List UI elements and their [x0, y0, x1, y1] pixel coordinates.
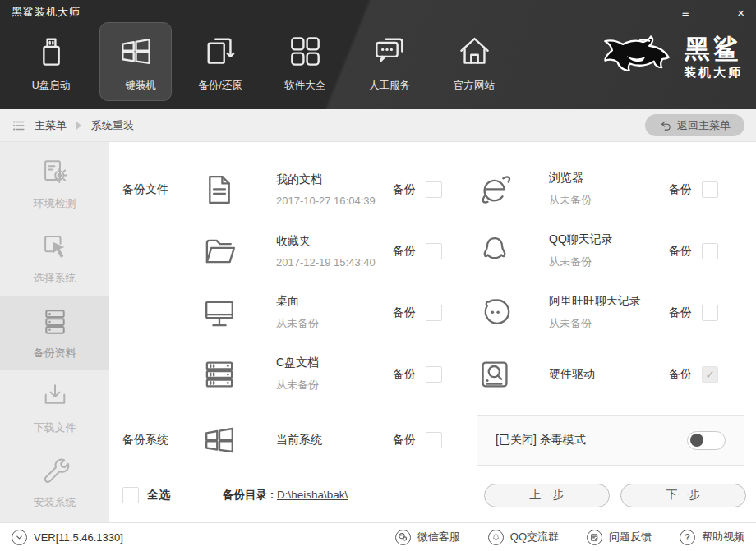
- breadcrumb-separator-icon: [76, 122, 81, 130]
- nav-item-usb-boot[interactable]: U盘启动: [15, 22, 87, 101]
- apps-grid-icon: [287, 33, 324, 70]
- sidebar-item-env-check[interactable]: 环境检测: [0, 146, 109, 221]
- menu-icon[interactable]: ≡: [682, 7, 689, 19]
- feedback-link[interactable]: 问题反馈: [587, 530, 652, 545]
- disk-search-icon: [477, 356, 513, 393]
- nav-item-backup-restore[interactable]: 备份/还原: [184, 22, 256, 101]
- antivirus-mode-label: [已关闭] 杀毒模式: [496, 433, 586, 448]
- backup-checkbox-label: 备份: [393, 182, 416, 197]
- item-subtitle: 2017-10-27 16:04:39: [276, 195, 393, 207]
- backup-checkbox[interactable]: ✓: [426, 366, 442, 383]
- footer: VER[11.5.46.1330] 微信客服 QQ交流群 问题反馈: [0, 522, 756, 551]
- sidebar-item-backup-data[interactable]: 备份资料: [0, 296, 109, 370]
- backup-checkbox-label: 备份: [393, 305, 416, 320]
- item-title: 收藏夹: [276, 234, 393, 249]
- backup-checkbox-label: 备份: [669, 244, 692, 259]
- version-info: VER[11.5.46.1330]: [12, 530, 123, 545]
- nav-label: 一键装机: [115, 79, 156, 93]
- select-all-checkbox[interactable]: ✓: [122, 487, 139, 503]
- item-subtitle: 从未备份: [549, 193, 669, 208]
- backup-checkbox[interactable]: ✓: [426, 181, 442, 198]
- sidebar-item-install-system[interactable]: 安装系统: [0, 445, 109, 520]
- close-icon[interactable]: ×: [737, 7, 744, 19]
- footer-link-label: 问题反馈: [609, 530, 652, 544]
- drive-stack-icon: [201, 356, 237, 393]
- minimize-icon[interactable]: ─: [709, 4, 718, 16]
- backup-checkbox-label: 备份: [393, 244, 416, 259]
- shark-logo-icon: [598, 30, 677, 84]
- server-stack-icon: [39, 306, 71, 337]
- logo-line1: 黑鲨: [685, 36, 742, 62]
- backup-dir: 备份目录 : D:\heisha\bak\: [223, 488, 348, 503]
- nav-item-customer-service[interactable]: 人工服务: [353, 22, 426, 101]
- nav-label: U盘启动: [32, 79, 71, 93]
- backup-checkbox[interactable]: ✓: [702, 243, 718, 259]
- nav-label: 备份/还原: [198, 79, 242, 93]
- nav-item-official-site[interactable]: 官方网站: [438, 22, 510, 101]
- backup-checkbox-label: 备份: [669, 305, 692, 320]
- breadcrumb-root[interactable]: 主菜单: [35, 118, 67, 133]
- aliwangwang-icon: [477, 295, 513, 331]
- item-subtitle: 从未备份: [276, 316, 393, 331]
- sidebar-item-download-files[interactable]: 下载文件: [0, 370, 109, 445]
- backup-checkbox[interactable]: ✓: [702, 305, 718, 321]
- brand-logo: 黑鲨 装机大师: [598, 30, 743, 84]
- sidebar-item-label: 下载文件: [34, 420, 76, 435]
- return-main-menu-button[interactable]: 返回主菜单: [645, 114, 744, 136]
- section-label-system: 备份系统: [122, 433, 201, 448]
- main-nav: U盘启动 一键装机 备份/还原: [15, 22, 510, 101]
- feedback-icon: [587, 530, 602, 545]
- backup-item-hardware-drivers: 硬件驱动 备份 ✓: [455, 343, 756, 405]
- item-title: 硬件驱动: [549, 367, 669, 382]
- wechat-icon: [395, 530, 411, 545]
- chat-bubbles-icon: [371, 33, 408, 70]
- backup-dir-link[interactable]: D:\heisha\bak\: [277, 489, 348, 501]
- backup-item-c-drive-docs: C盘文档 从未备份 备份 ✓: [122, 343, 455, 405]
- footer-link-label: QQ交流群: [510, 530, 559, 544]
- document-icon: [201, 172, 237, 208]
- logo-line2: 装机大师: [684, 66, 743, 78]
- backup-checkbox[interactable]: ✓: [426, 305, 442, 321]
- footer-link-label: 帮助视频: [702, 530, 744, 544]
- nav-item-software-center[interactable]: 软件大全: [269, 22, 341, 101]
- item-title: 当前系统: [276, 433, 393, 448]
- ie-browser-icon: [477, 172, 513, 208]
- env-check-icon: [39, 157, 71, 188]
- download-icon: [39, 381, 71, 412]
- sidebar-item-label: 选择系统: [34, 271, 76, 286]
- antivirus-mode-box: [已关闭] 杀毒模式: [477, 415, 744, 466]
- item-subtitle: 从未备份: [549, 255, 669, 269]
- usb-drive-icon: [33, 33, 70, 70]
- nav-label: 软件大全: [284, 79, 325, 93]
- breadcrumb-current: 系统重装: [91, 118, 134, 133]
- sidebar-item-select-system[interactable]: 选择系统: [0, 221, 109, 296]
- item-subtitle: 从未备份: [549, 316, 669, 331]
- next-step-button[interactable]: 下一步: [620, 484, 746, 507]
- backup-item-desktop: 桌面 从未备份 备份 ✓: [122, 282, 455, 343]
- item-title: C盘文档: [276, 356, 393, 370]
- return-arrow-icon: [659, 119, 671, 131]
- qq-icon: [488, 530, 504, 545]
- return-button-label: 返回主菜单: [677, 118, 731, 133]
- backup-item-browser: 浏览器 从未备份 备份 ✓: [455, 158, 756, 220]
- cursor-select-icon: [39, 232, 71, 263]
- nav-label: 官方网站: [454, 79, 495, 93]
- monitor-icon: [201, 295, 237, 331]
- qq-group-link[interactable]: QQ交流群: [488, 530, 559, 545]
- antivirus-toggle[interactable]: [687, 431, 726, 450]
- backup-checkbox[interactable]: ✓: [702, 181, 718, 198]
- section-label-files: 备份文件: [122, 182, 201, 197]
- folder-icon: [201, 233, 237, 269]
- backup-checkbox[interactable]: ✓: [702, 366, 718, 383]
- backup-checkbox[interactable]: ✓: [426, 432, 442, 448]
- backup-checkbox[interactable]: ✓: [426, 243, 442, 259]
- nav-item-one-key-install[interactable]: 一键装机: [99, 22, 172, 101]
- prev-step-button[interactable]: 上一步: [484, 484, 610, 507]
- version-icon: [12, 530, 27, 545]
- item-subtitle: 2017-12-19 15:43:40: [276, 256, 393, 269]
- help-video-link[interactable]: ? 帮助视频: [680, 530, 744, 545]
- wechat-support-link[interactable]: 微信客服: [395, 530, 460, 545]
- app-window: 黑鲨装机大师 ≡ ─ × U盘启动 一键装机: [0, 0, 756, 551]
- wrench-icon: [39, 456, 71, 487]
- nav-label: 人工服务: [369, 79, 410, 93]
